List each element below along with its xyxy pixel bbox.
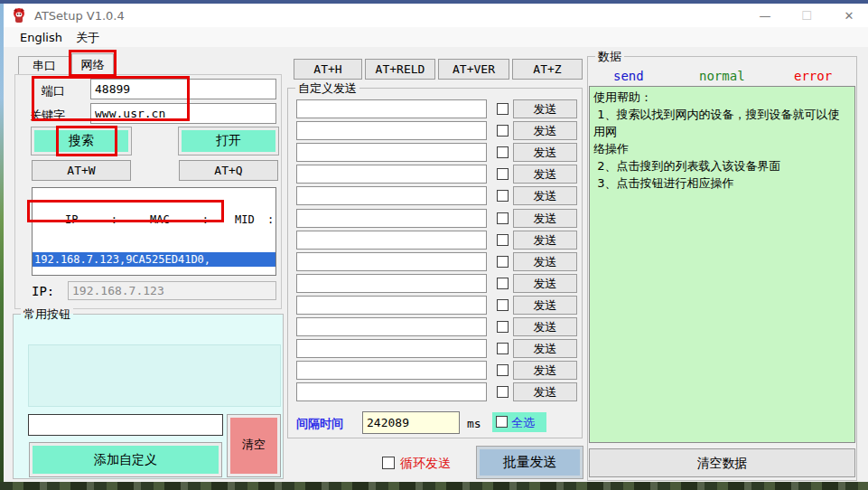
- custom-send-checkbox[interactable]: [497, 299, 509, 311]
- atsetup-window: ATSetup V1.0.4 — ☐ ✕ English 关于 串口 网络 端口…: [0, 0, 868, 490]
- custom-send-checkbox[interactable]: [497, 343, 509, 354]
- custom-send-input[interactable]: [296, 209, 487, 228]
- search-button[interactable]: 搜索: [32, 127, 131, 155]
- tab-serial[interactable]: 串口: [18, 56, 70, 75]
- custom-command-input[interactable]: [28, 414, 223, 436]
- custom-send-input[interactable]: [296, 317, 487, 336]
- send-button[interactable]: 发送: [513, 143, 577, 162]
- custom-send-checkbox[interactable]: [497, 321, 509, 333]
- keyword-input[interactable]: [90, 103, 276, 124]
- data-group-title: 数据: [595, 49, 624, 65]
- atw-button[interactable]: AT+W: [32, 160, 131, 181]
- legend-send: send: [613, 69, 644, 83]
- send-button[interactable]: 发送: [513, 296, 577, 315]
- common-buttons-panel: [28, 344, 281, 407]
- batch-send-button[interactable]: 批量发送: [477, 447, 583, 478]
- send-button[interactable]: 发送: [513, 99, 577, 118]
- custom-send-input[interactable]: [296, 99, 487, 118]
- send-button[interactable]: 发送: [513, 361, 577, 380]
- send-button[interactable]: 发送: [513, 339, 577, 358]
- send-button[interactable]: 发送: [513, 252, 577, 271]
- desktop-wallpaper-strip: [0, 0, 4, 490]
- custom-send-checkbox[interactable]: [497, 103, 509, 115]
- interval-unit-label: ms: [467, 417, 481, 430]
- send-button[interactable]: 发送: [513, 317, 577, 336]
- menu-item-about[interactable]: 关于: [72, 29, 103, 46]
- custom-send-checkbox[interactable]: [497, 146, 509, 158]
- port-label: 端口: [42, 83, 65, 99]
- custom-send-rows: 发送发送发送发送发送发送发送发送发送发送发送发送发送发送: [296, 99, 581, 407]
- custom-send-input[interactable]: [296, 165, 487, 184]
- device-list[interactable]: IP : MAC : MID : VER 192.168.7.123,9CA52…: [32, 187, 276, 276]
- custom-send-checkbox[interactable]: [497, 168, 509, 180]
- maximize-button[interactable]: ☐: [791, 6, 822, 26]
- send-button[interactable]: 发送: [513, 165, 577, 184]
- send-button[interactable]: 发送: [513, 231, 577, 250]
- app-icon: [11, 7, 27, 24]
- custom-send-checkbox[interactable]: [497, 278, 509, 289]
- custom-send-input[interactable]: [296, 339, 487, 358]
- data-log-area[interactable]: 使用帮助： 1、搜索以找到网内的设备，搜到设备就可以使用网 络操作 2、点击搜到…: [589, 86, 855, 443]
- send-button[interactable]: 发送: [513, 274, 577, 293]
- custom-send-input[interactable]: [296, 186, 487, 205]
- custom-send-group-title: 自定义发送: [295, 80, 359, 97]
- custom-send-input[interactable]: [296, 121, 487, 140]
- custom-send-input[interactable]: [296, 382, 487, 401]
- custom-send-input[interactable]: [296, 252, 487, 271]
- send-button[interactable]: 发送: [513, 186, 577, 205]
- custom-send-checkbox[interactable]: [497, 234, 509, 246]
- ath-button[interactable]: AT+H: [294, 59, 362, 80]
- open-button[interactable]: 打开: [179, 127, 278, 155]
- custom-send-checkbox[interactable]: [497, 256, 509, 268]
- device-list-selected-row[interactable]: 192.168.7.123,9CA525ED41D0,: [33, 252, 275, 267]
- select-all-label: 全选: [511, 415, 535, 431]
- close-button[interactable]: ✕: [834, 6, 864, 26]
- tab-network[interactable]: 网络: [71, 53, 114, 75]
- atz-button[interactable]: AT+Z: [512, 59, 583, 80]
- clear-data-button[interactable]: 清空数据: [589, 448, 855, 477]
- clear-common-button[interactable]: 清空: [228, 415, 280, 476]
- keyword-label: 关键字: [30, 108, 65, 124]
- custom-send-checkbox[interactable]: [497, 125, 509, 137]
- send-button[interactable]: 发送: [513, 209, 577, 228]
- custom-send-input[interactable]: [296, 296, 487, 315]
- custom-send-group: 自定义发送 发送发送发送发送发送发送发送发送发送发送发送发送发送发送 间隔时间 …: [287, 88, 583, 438]
- custom-send-checkbox[interactable]: [497, 212, 509, 224]
- port-input[interactable]: [90, 79, 276, 99]
- desktop-bottom-strip: [0, 482, 868, 490]
- legend-normal: normal: [699, 69, 745, 83]
- atver-button[interactable]: AT+VER: [438, 59, 509, 80]
- loop-send-label: 循环发送: [400, 456, 451, 472]
- custom-send-input[interactable]: [296, 361, 487, 380]
- interval-input[interactable]: [362, 411, 460, 434]
- custom-send-input[interactable]: [296, 143, 487, 162]
- common-buttons-group-title: 常用按钮: [21, 306, 73, 323]
- ip-label: IP:: [32, 284, 54, 298]
- atq-button[interactable]: AT+Q: [179, 160, 278, 181]
- custom-send-input[interactable]: [296, 274, 487, 293]
- ip-readonly-field: [68, 281, 276, 300]
- send-button[interactable]: 发送: [513, 382, 577, 401]
- titlebar: ATSetup V1.0.4 — ☐ ✕: [4, 4, 868, 27]
- custom-send-checkbox[interactable]: [497, 190, 509, 202]
- legend-error: error: [794, 69, 832, 83]
- add-custom-button[interactable]: 添加自定义: [30, 443, 221, 476]
- interval-label: 间隔时间: [296, 416, 343, 432]
- device-list-header: IP : MAC : MID : VER: [33, 213, 275, 227]
- menubar: English 关于: [4, 27, 868, 47]
- custom-send-input[interactable]: [296, 231, 487, 250]
- select-all-checkbox[interactable]: [496, 416, 508, 428]
- send-button[interactable]: 发送: [513, 121, 577, 140]
- menu-item-english[interactable]: English: [16, 29, 66, 46]
- custom-send-checkbox[interactable]: [497, 386, 509, 398]
- common-buttons-group: 常用按钮 清空 添加自定义: [13, 314, 284, 479]
- loop-send-checkbox[interactable]: [382, 457, 395, 469]
- window-title: ATSetup V1.0.4: [34, 9, 125, 23]
- minimize-button[interactable]: —: [750, 6, 780, 26]
- custom-send-checkbox[interactable]: [497, 364, 509, 376]
- atreld-button[interactable]: AT+RELD: [365, 59, 435, 80]
